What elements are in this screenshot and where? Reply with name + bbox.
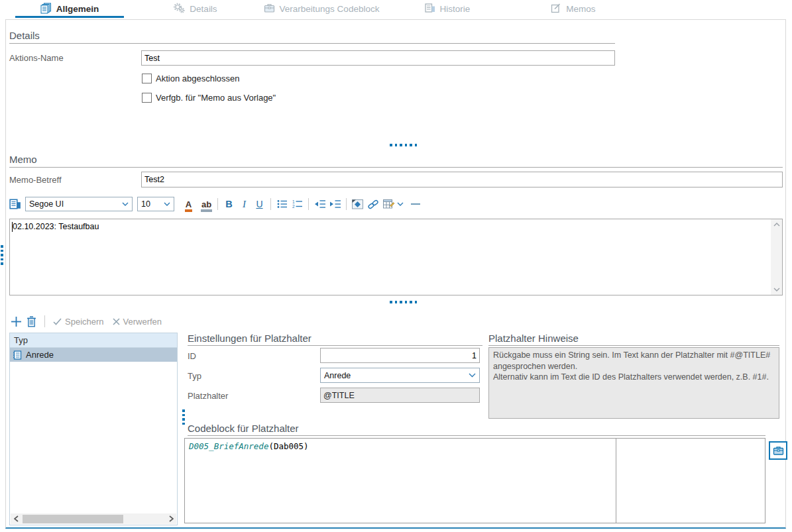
- left-splitter-handle[interactable]: [1, 245, 3, 265]
- aktions-name-input[interactable]: [141, 50, 615, 66]
- decrease-indent-button[interactable]: [312, 196, 327, 212]
- bullet-list-button[interactable]: [274, 196, 290, 212]
- chevron-down-icon: [164, 202, 170, 206]
- tab-memos[interactable]: Memos: [510, 0, 636, 18]
- codeblock-section-title: Codeblock für Platzhalter: [188, 423, 299, 434]
- placeholder-list: Typ Anrede: [9, 333, 178, 525]
- horizontal-splitter-handle-bottom[interactable]: [390, 301, 417, 303]
- x-icon: [113, 318, 120, 325]
- action-editor-window: Allgemein Details Verarbeitungs Codebloc…: [0, 0, 792, 532]
- briefcase-icon: [773, 445, 784, 456]
- scrollbar-thumb[interactable]: [23, 515, 123, 523]
- chevron-down-icon: [397, 202, 404, 206]
- memo-book-icon: [9, 198, 21, 210]
- id-input[interactable]: [320, 348, 480, 363]
- toolbar-separator: [308, 198, 309, 210]
- tab-label: Details: [190, 4, 217, 14]
- insert-image-button[interactable]: [350, 196, 365, 212]
- list-row-anrede[interactable]: Anrede: [10, 348, 177, 362]
- highlight-color-bar: [201, 209, 212, 212]
- table-menu-chevron[interactable]: [396, 196, 405, 212]
- tab-label: Historie: [440, 4, 471, 14]
- scroll-right-arrow[interactable]: [166, 513, 176, 524]
- vertical-splitter-handle[interactable]: [182, 409, 185, 425]
- horizontal-rule-button[interactable]: [408, 196, 423, 212]
- discard-button[interactable]: Verwerfen: [113, 317, 162, 327]
- font-size-select[interactable]: 10: [137, 197, 174, 211]
- checkbox-label: Aktion abgeschlossen: [156, 74, 239, 83]
- tab-label: Verarbeitungs Codeblock: [280, 4, 380, 14]
- svg-text:2: 2: [292, 204, 295, 209]
- save-button[interactable]: Speichern: [53, 317, 104, 327]
- svg-text:1: 1: [292, 199, 295, 204]
- italic-button[interactable]: I: [237, 196, 252, 212]
- code-arguments: (Dab005): [268, 441, 308, 451]
- checkbox-box[interactable]: [142, 74, 152, 83]
- record-toolbar: Speichern Verwerfen: [11, 314, 162, 329]
- horizontal-splitter-handle-top[interactable]: [390, 144, 417, 146]
- memo-betreff-label: Memo-Betreff: [9, 175, 62, 185]
- tab-details[interactable]: Details: [133, 0, 258, 18]
- horizontal-rule-icon: [411, 203, 420, 205]
- check-icon: [53, 318, 62, 325]
- insert-link-button[interactable]: [365, 196, 380, 212]
- briefcase-icon: [264, 3, 275, 15]
- font-color-button[interactable]: A: [181, 196, 196, 212]
- increase-indent-button[interactable]: [327, 196, 343, 212]
- typ-select[interactable]: Anrede: [320, 368, 480, 383]
- address-card-icon: [13, 350, 22, 360]
- checkbox-verfgb-memo-vorlage[interactable]: Verfgb. für "Memo aus Vorlage": [142, 93, 276, 103]
- edit-square-icon: [551, 3, 561, 15]
- plus-icon: [11, 316, 22, 327]
- list-row-label: Anrede: [26, 350, 54, 360]
- toolbar-separator: [217, 198, 218, 210]
- settings-section-title: Einstellungen für Platzhalter: [188, 333, 311, 344]
- scroll-down-arrow[interactable]: [771, 284, 782, 295]
- list-column-header-typ[interactable]: Typ: [10, 333, 177, 348]
- numbered-list-button[interactable]: 12: [290, 196, 305, 212]
- codeblock-section-line: [188, 435, 765, 436]
- checkbox-aktion-abgeschlossen[interactable]: Aktion abgeschlossen: [142, 74, 239, 83]
- insert-table-button[interactable]: [380, 196, 396, 212]
- discard-label: Verwerfen: [123, 317, 162, 327]
- checkbox-label: Verfgb. für "Memo aus Vorlage": [156, 93, 276, 103]
- stacked-pages-icon: [40, 3, 52, 16]
- scroll-up-arrow[interactable]: [771, 219, 782, 230]
- checkbox-box[interactable]: [142, 93, 152, 103]
- open-codeblock-button[interactable]: [769, 441, 787, 460]
- highlight-glyph: ab: [201, 199, 211, 209]
- save-label: Speichern: [65, 317, 104, 327]
- scroll-left-arrow[interactable]: [11, 513, 21, 524]
- font-color-bar: [185, 209, 192, 212]
- chevron-down-icon: [122, 202, 129, 206]
- bold-button[interactable]: B: [221, 196, 237, 212]
- trash-icon: [27, 316, 36, 327]
- gears-icon: [174, 3, 185, 15]
- details-section-line: [9, 43, 615, 44]
- bullet-list-icon: [277, 199, 288, 209]
- memo-editor[interactable]: 02.10.2023: Testaufbau: [9, 219, 783, 295]
- memo-betreff-input[interactable]: [141, 172, 783, 187]
- toolbar-separator: [44, 315, 45, 327]
- code-pane-divider[interactable]: [616, 439, 616, 523]
- editor-vertical-scrollbar[interactable]: [771, 219, 782, 295]
- active-tab-underline: [15, 16, 124, 18]
- column-header-label: Typ: [14, 335, 28, 345]
- font-color-glyph: A: [186, 199, 192, 209]
- tab-verarbeitungs-codeblock[interactable]: Verarbeitungs Codeblock: [258, 0, 384, 18]
- font-family-value: Segoe UI: [29, 199, 64, 209]
- list-horizontal-scrollbar[interactable]: [11, 513, 176, 524]
- font-family-select[interactable]: Segoe UI: [25, 197, 133, 211]
- underline-button[interactable]: U: [252, 196, 267, 212]
- memo-section-title: Memo: [9, 154, 37, 165]
- tab-allgemein[interactable]: Allgemein: [7, 0, 133, 18]
- tab-historie[interactable]: Historie: [384, 0, 510, 18]
- typ-select-value: Anrede: [324, 371, 351, 380]
- id-label: ID: [188, 351, 196, 361]
- details-section-title: Details: [9, 30, 40, 41]
- code-editor[interactable]: D005_BriefAnrede(Dab005): [184, 438, 765, 523]
- toolbar-separator: [270, 198, 271, 210]
- add-button[interactable]: [11, 316, 22, 327]
- delete-button[interactable]: [27, 316, 36, 327]
- highlight-color-button[interactable]: ab: [199, 196, 214, 212]
